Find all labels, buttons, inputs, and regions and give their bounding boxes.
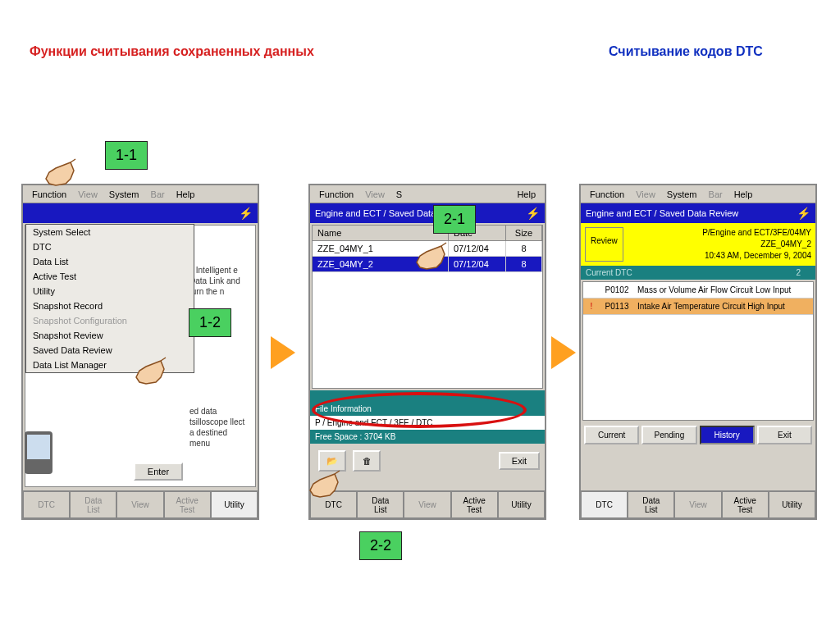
- review-label: Review: [585, 227, 623, 262]
- tab-view[interactable]: View: [404, 491, 450, 518]
- tab-data-list[interactable]: Data List: [70, 491, 116, 518]
- tab-utility[interactable]: Utility: [498, 491, 545, 518]
- menu-system[interactable]: System: [103, 188, 145, 201]
- review-info-box: Review P/Engine and ECT/3FE/04MY ZZE_04M…: [581, 223, 815, 266]
- menu-view[interactable]: View: [630, 188, 661, 201]
- tab-active-test[interactable]: Active Test: [722, 491, 769, 518]
- info-line-3: 10:43 AM, December 9, 2004: [628, 250, 811, 262]
- title-left: Функции считывания сохраненных данных: [30, 44, 314, 59]
- tab-utility[interactable]: Utility: [211, 491, 258, 518]
- blue-header: Engine and ECT / Saved Data Review ⚡: [310, 203, 545, 223]
- tab-data-list[interactable]: Data List: [628, 491, 674, 518]
- hand-icon-1-2: [130, 354, 172, 389]
- menu-help[interactable]: Help: [511, 188, 541, 201]
- menu-item-snapshot-record[interactable]: Snapshot Record: [26, 299, 194, 313]
- bottom-tabs: DTC Data List View Active Test Utility: [581, 490, 815, 518]
- menu-view[interactable]: View: [359, 188, 390, 201]
- blue-header: x ⚡: [23, 203, 258, 223]
- cell-date: 07/12/04: [449, 257, 506, 271]
- info-line-1: P/Engine and ECT/3FE/04MY: [628, 227, 811, 239]
- tab-active-test[interactable]: Active Test: [451, 491, 498, 518]
- step-1-2-label: 1-2: [189, 308, 231, 337]
- menu-item-active-test[interactable]: Active Test: [26, 269, 194, 284]
- menu-system[interactable]: S: [390, 188, 408, 201]
- red-highlight-circle: [312, 392, 527, 428]
- dtc-count: 2: [786, 268, 810, 277]
- side-text-2: ed data tsilloscope llect a destined men…: [189, 406, 249, 449]
- exit-button[interactable]: Exit: [757, 426, 812, 444]
- menu-help[interactable]: Help: [728, 188, 759, 201]
- info-line-2: ZZE_04MY_2: [628, 239, 811, 250]
- menu-function[interactable]: Function: [313, 188, 359, 201]
- exit-button[interactable]: Exit: [499, 452, 540, 470]
- dtc-flag: !: [587, 302, 596, 311]
- dtc-row[interactable]: P0102 Mass or Volume Air Flow Circuit Lo…: [583, 282, 813, 299]
- tab-data-list[interactable]: Data List: [357, 491, 404, 518]
- function-dropdown: System Select DTC Data List Active Test …: [25, 224, 194, 373]
- tab-utility[interactable]: Utility: [769, 491, 815, 518]
- step-1-1-label: 1-1: [105, 141, 148, 170]
- tab-active-test[interactable]: Active Test: [164, 491, 211, 518]
- dtc-code: P0113: [596, 302, 637, 311]
- side-text-1: s Intelligent e Data Link and turn the n: [189, 265, 249, 297]
- arrow-2-to-3: [551, 336, 576, 369]
- hand-icon-1-1: [39, 156, 82, 190]
- cell-date: 07/12/04: [449, 241, 506, 256]
- step-2-2-label: 2-2: [359, 531, 402, 560]
- free-space-label: Free Space : 3704 KB: [310, 430, 545, 444]
- col-size[interactable]: Size: [506, 226, 542, 240]
- dtc-flag: [587, 285, 596, 294]
- header-text: Engine and ECT / Saved Data Review: [586, 208, 738, 218]
- menubar: Function View System Bar Help: [581, 185, 815, 203]
- device-3: Function View System Bar Help Engine and…: [579, 184, 817, 520]
- lightning-icon: ⚡: [239, 207, 253, 220]
- lightning-icon: ⚡: [526, 207, 540, 220]
- hand-icon-2-1: [410, 239, 453, 274]
- hand-icon-2-2: [304, 467, 346, 502]
- menu-system[interactable]: System: [661, 188, 703, 201]
- current-button[interactable]: Current: [584, 426, 639, 444]
- pda-icon: [25, 431, 52, 474]
- menu-item-utility[interactable]: Utility: [26, 284, 194, 299]
- filter-buttons: Current Pending History Exit: [581, 422, 815, 448]
- menubar: Function View S Help: [310, 185, 545, 203]
- pending-button[interactable]: Pending: [641, 426, 696, 444]
- menu-item-system-select[interactable]: System Select: [26, 225, 194, 239]
- title-right: Считывание кодов DTC: [609, 44, 763, 59]
- device-1: Function View System Bar Help x ⚡ System…: [21, 184, 259, 520]
- current-dtc-label: Current DTC: [586, 268, 632, 277]
- menu-function[interactable]: Function: [584, 188, 630, 201]
- tab-view[interactable]: View: [674, 491, 721, 518]
- history-button[interactable]: History: [700, 426, 755, 444]
- current-dtc-header: Current DTC 2: [581, 266, 815, 280]
- arrow-1-to-2: [271, 336, 295, 369]
- menu-bar[interactable]: Bar: [703, 188, 728, 201]
- cell-size: 8: [506, 257, 542, 271]
- tab-dtc[interactable]: DTC: [23, 491, 70, 518]
- blue-header: Engine and ECT / Saved Data Review ⚡: [581, 203, 815, 223]
- tab-dtc[interactable]: DTC: [581, 491, 628, 518]
- menu-bar[interactable]: Bar: [145, 188, 171, 201]
- col-name[interactable]: Name: [313, 226, 449, 240]
- tab-view[interactable]: View: [116, 491, 163, 518]
- dtc-code: P0102: [596, 285, 637, 294]
- menu-item-dtc[interactable]: DTC: [26, 239, 194, 254]
- delete-button[interactable]: 🗑: [353, 450, 381, 472]
- lightning-icon: ⚡: [797, 207, 810, 220]
- menu-item-snapshot-review[interactable]: Snapshot Review: [26, 328, 194, 343]
- menu-help[interactable]: Help: [171, 188, 201, 201]
- dtc-desc: Intake Air Temperature Circuit High Inpu…: [637, 302, 810, 311]
- step-2-1-label: 2-1: [433, 205, 476, 234]
- cell-size: 8: [506, 241, 542, 256]
- dtc-desc: Mass or Volume Air Flow Circuit Low Inpu…: [637, 285, 810, 294]
- dtc-row-highlighted[interactable]: ! P0113 Intake Air Temperature Circuit H…: [583, 299, 813, 315]
- menu-item-snapshot-config[interactable]: Snapshot Configuration: [26, 313, 194, 328]
- menu-item-data-list[interactable]: Data List: [26, 254, 194, 269]
- bottom-tabs: DTC Data List View Active Test Utility: [23, 490, 258, 518]
- enter-button[interactable]: Enter: [134, 463, 183, 481]
- review-info: P/Engine and ECT/3FE/04MY ZZE_04MY_2 10:…: [628, 227, 811, 262]
